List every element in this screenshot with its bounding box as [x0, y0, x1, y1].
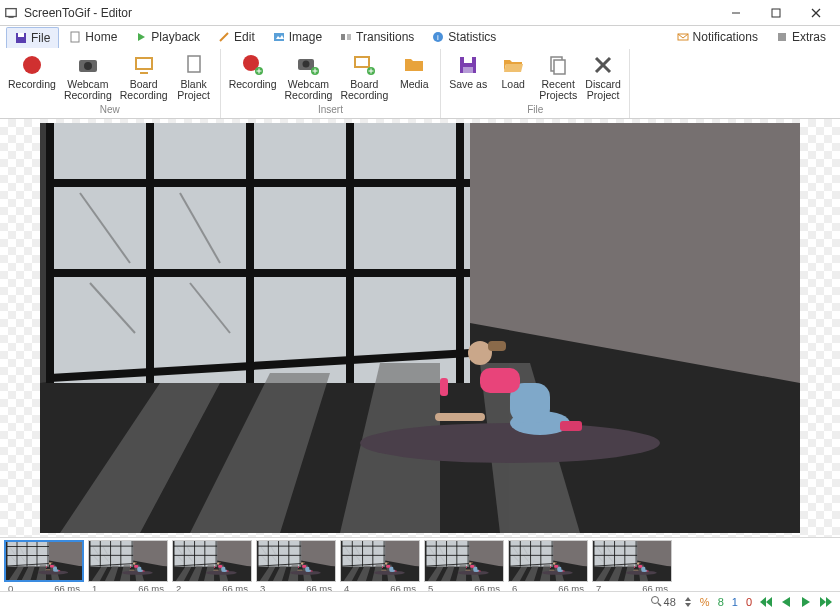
thumb-image [88, 540, 168, 582]
svg-marker-77 [685, 597, 691, 601]
group-insert: Recording Webcam Recording Board Recordi… [221, 49, 442, 118]
group-label: New [100, 103, 120, 116]
zoom-value: 48 [664, 596, 676, 608]
info-icon: i [432, 31, 444, 43]
frame-thumbnail[interactable]: 566 ms [424, 540, 504, 592]
selected-count: 1 [730, 596, 740, 608]
saveas-button[interactable]: Save as [445, 51, 491, 103]
svg-rect-70 [463, 67, 473, 73]
percent-indicator[interactable]: % [698, 596, 712, 608]
frame-thumbnail[interactable]: 166 ms [88, 540, 168, 592]
svg-marker-78 [685, 603, 691, 607]
close-button[interactable] [796, 0, 836, 26]
image-icon [273, 31, 285, 43]
tab-extras[interactable]: Extras [768, 27, 834, 47]
tab-label: Image [289, 30, 322, 44]
maximize-button[interactable] [756, 0, 796, 26]
svg-rect-30 [6, 8, 17, 16]
tab-label: Playback [151, 30, 200, 44]
next-frame-button[interactable] [798, 594, 814, 610]
tab-label: Home [85, 30, 117, 44]
frame-thumbnail[interactable]: 066 ms [4, 540, 84, 592]
rbtn-label: Board Recording [120, 79, 168, 101]
svg-rect-33 [772, 9, 780, 17]
tab-file[interactable]: File [6, 27, 59, 48]
frame-thumbnail[interactable]: 766 ms [592, 540, 672, 592]
tab-home[interactable]: Home [61, 27, 125, 47]
prev-frame-button[interactable] [778, 594, 794, 610]
thumb-meta: 366 ms [256, 582, 336, 592]
svg-point-60 [303, 60, 310, 67]
rbtn-label: Recording [229, 79, 277, 90]
tab-image[interactable]: Image [265, 27, 330, 47]
svg-rect-52 [136, 58, 152, 69]
frame-thumbnail[interactable]: 366 ms [256, 540, 336, 592]
rbtn-label: Recent Projects [539, 79, 577, 101]
recent-icon [546, 53, 570, 77]
rbtn-label: Board Recording [340, 79, 388, 101]
zoom-stepper[interactable] [682, 596, 694, 608]
new-recording-button[interactable]: Recording [4, 51, 60, 103]
insert-media-button[interactable]: Media [392, 51, 436, 103]
rbtn-label: Media [400, 79, 429, 90]
folder-open-icon [501, 53, 525, 77]
thumbnail-strip[interactable]: 066 ms 166 ms 266 ms 366 ms 466 ms 566 m… [0, 537, 840, 592]
insert-recording-button[interactable]: Recording [225, 51, 281, 103]
svg-marker-80 [760, 597, 766, 607]
thumb-meta: 566 ms [424, 582, 504, 592]
svg-rect-43 [341, 34, 345, 40]
svg-line-40 [220, 33, 228, 41]
insert-webcam-button[interactable]: Webcam Recording [281, 51, 337, 103]
camera-plus-icon [296, 53, 320, 77]
tab-edit[interactable]: Edit [210, 27, 263, 47]
frame-thumbnail[interactable]: 266 ms [172, 540, 252, 592]
folder-icon [402, 53, 426, 77]
svg-point-75 [651, 597, 658, 604]
envelope-icon [677, 31, 689, 43]
record-icon [20, 53, 44, 77]
preview-frame [40, 123, 800, 533]
svg-marker-83 [820, 597, 826, 607]
tab-statistics[interactable]: i Statistics [424, 27, 504, 47]
svg-marker-79 [766, 597, 772, 607]
window-title: ScreenToGif - Editor [24, 6, 716, 20]
titlebar: ScreenToGif - Editor [0, 0, 840, 26]
thumb-image [4, 540, 84, 582]
magnifier-icon [650, 595, 662, 609]
ribbon-tabs: File Home Playback Edit Image Transition… [0, 26, 840, 49]
pencil-icon [218, 31, 230, 43]
svg-rect-44 [347, 34, 351, 40]
svg-text:i: i [437, 33, 439, 42]
thumb-image [172, 540, 252, 582]
puzzle-icon [776, 31, 788, 43]
ribbon-content: Recording Webcam Recording Board Recordi… [0, 49, 840, 119]
record-plus-icon [241, 53, 265, 77]
group-label: File [527, 103, 543, 116]
thumb-meta: 066 ms [4, 582, 84, 592]
new-blank-button[interactable]: Blank Project [172, 51, 216, 103]
board-icon [132, 53, 156, 77]
new-board-button[interactable]: Board Recording [116, 51, 172, 103]
tab-label: Notifications [693, 30, 758, 44]
rbtn-label: Webcam Recording [64, 79, 112, 101]
svg-point-49 [23, 56, 41, 74]
canvas-area[interactable] [0, 119, 840, 537]
tab-playback[interactable]: Playback [127, 27, 208, 47]
zoom-indicator[interactable]: 48 [648, 595, 678, 609]
frame-thumbnail[interactable]: 466 ms [340, 540, 420, 592]
rbtn-label: Discard Project [585, 79, 621, 101]
board-plus-icon [352, 53, 376, 77]
last-frame-button[interactable] [818, 594, 834, 610]
recent-button[interactable]: Recent Projects [535, 51, 581, 103]
tab-notifications[interactable]: Notifications [669, 27, 766, 47]
frame-thumbnail[interactable]: 666 ms [508, 540, 588, 592]
window-controls [716, 0, 836, 26]
minimize-button[interactable] [716, 0, 756, 26]
first-frame-button[interactable] [758, 594, 774, 610]
discard-button[interactable]: Discard Project [581, 51, 625, 103]
insert-board-button[interactable]: Board Recording [336, 51, 392, 103]
load-button[interactable]: Load [491, 51, 535, 103]
tab-transitions[interactable]: Transitions [332, 27, 422, 47]
new-webcam-button[interactable]: Webcam Recording [60, 51, 116, 103]
thumb-meta: 266 ms [172, 582, 252, 592]
